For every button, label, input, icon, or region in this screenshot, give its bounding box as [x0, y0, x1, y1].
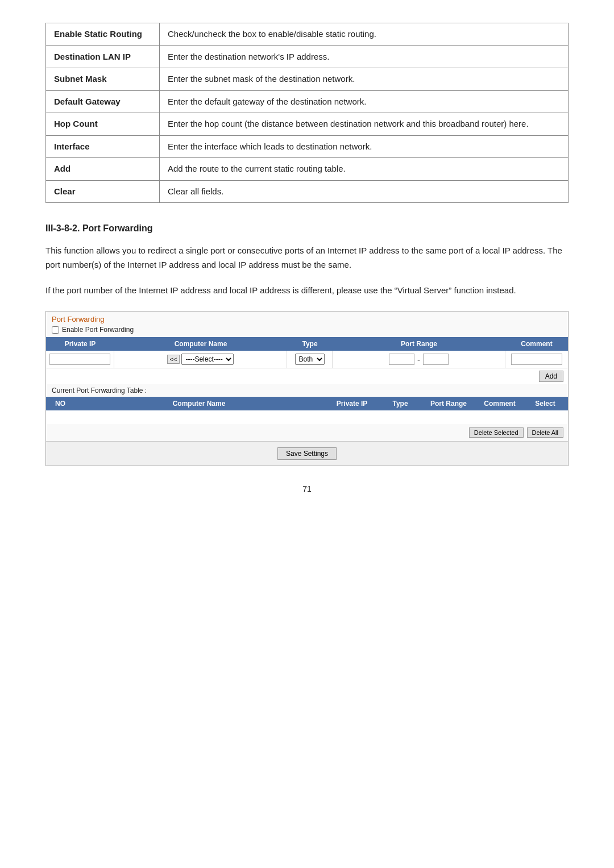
- save-settings-button[interactable]: Save Settings: [277, 447, 337, 460]
- delete-all-button[interactable]: Delete All: [527, 427, 563, 438]
- paragraph-2: If the port number of the Internet IP ad…: [45, 284, 569, 298]
- col-type-b: Type: [380, 397, 420, 410]
- table-desc-cell: Enter the hop count (the distance betwee…: [160, 113, 569, 136]
- pf-save-row: Save Settings: [46, 441, 568, 466]
- pf-input-row: << ----Select---- BothTCPUDP -: [46, 351, 568, 368]
- paragraph-1: This function allows you to redirect a s…: [45, 244, 569, 272]
- pf-bottom-header: NO Computer Name Private IP Type Port Ra…: [46, 397, 568, 410]
- table-desc-cell: Enter the interface which leads to desti…: [160, 135, 569, 158]
- add-button[interactable]: Add: [539, 371, 563, 382]
- table-label-cell: Destination LAN IP: [46, 45, 160, 68]
- table-desc-cell: Clear all fields.: [160, 180, 569, 203]
- port-range-end[interactable]: [423, 354, 449, 365]
- pf-bottom-row: Delete Selected Delete All: [46, 424, 568, 441]
- col-comment-b: Comment: [477, 397, 522, 410]
- col-port-range-b: Port Range: [420, 397, 477, 410]
- info-table: Enable Static RoutingCheck/uncheck the b…: [45, 23, 569, 203]
- table-label-cell: Clear: [46, 180, 160, 203]
- port-range-start[interactable]: [389, 354, 414, 365]
- table-label-cell: Enable Static Routing: [46, 23, 160, 46]
- table-label-cell: Add: [46, 158, 160, 181]
- table-label-cell: Interface: [46, 135, 160, 158]
- col-select-b: Select: [522, 397, 568, 410]
- port-forwarding-widget: Port Forwarding Enable Port Forwarding P…: [45, 311, 569, 466]
- table-label-cell: Hop Count: [46, 113, 160, 136]
- computer-name-cell: << ----Select----: [114, 351, 287, 368]
- col-no: NO: [46, 397, 74, 410]
- col-port-range: Port Range: [333, 337, 505, 351]
- enable-port-forwarding-label: Enable Port Forwarding: [62, 326, 134, 334]
- port-range-cell: -: [333, 351, 505, 368]
- pf-top-header: Private IP Computer Name Type Port Range…: [46, 337, 568, 351]
- col-private-ip: Private IP: [46, 337, 114, 351]
- col-comment: Comment: [505, 337, 568, 351]
- current-table-label: Current Port Forwarding Table :: [46, 384, 568, 397]
- col-type: Type: [287, 337, 333, 351]
- pf-table-body: [46, 410, 568, 424]
- table-desc-cell: Enter the subnet mask of the destination…: [160, 68, 569, 91]
- enable-port-forwarding-checkbox[interactable]: [52, 326, 59, 334]
- delete-selected-button[interactable]: Delete Selected: [469, 427, 524, 438]
- range-dash: -: [417, 355, 420, 364]
- col-computer-name-b: Computer Name: [74, 397, 323, 410]
- type-cell: BothTCPUDP: [287, 351, 333, 368]
- col-private-ip-b: Private IP: [323, 397, 380, 410]
- computer-name-select[interactable]: ----Select----: [181, 354, 234, 365]
- col-computer-name: Computer Name: [114, 337, 287, 351]
- type-select[interactable]: BothTCPUDP: [295, 354, 325, 365]
- pf-enable-row: Enable Port Forwarding: [46, 325, 568, 337]
- table-label-cell: Subnet Mask: [46, 68, 160, 91]
- fill-button[interactable]: <<: [167, 355, 180, 364]
- private-ip-cell: [46, 351, 114, 368]
- table-desc-cell: Add the route to the current static rout…: [160, 158, 569, 181]
- table-label-cell: Default Gateway: [46, 90, 160, 113]
- section-heading: III-3-8-2. Port Forwarding: [45, 223, 569, 234]
- comment-input[interactable]: [511, 354, 562, 365]
- table-desc-cell: Enter the destination network's IP addre…: [160, 45, 569, 68]
- private-ip-input[interactable]: [49, 354, 110, 365]
- table-desc-cell: Enter the default gateway of the destina…: [160, 90, 569, 113]
- comment-cell: [505, 351, 568, 368]
- pf-title: Port Forwarding: [46, 312, 568, 325]
- table-desc-cell: Check/uncheck the box to enable/disable …: [160, 23, 569, 46]
- page-number: 71: [45, 484, 569, 493]
- pf-add-row: Add: [46, 368, 568, 384]
